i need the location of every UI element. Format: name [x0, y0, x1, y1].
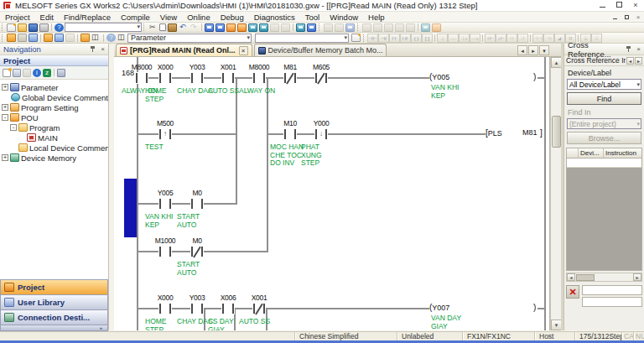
ladder-selection-cursor[interactable]: [124, 179, 137, 237]
menu-tool[interactable]: Tool: [300, 12, 325, 23]
ladder-horizontal-line-button[interactable]: —: [448, 34, 459, 43]
ladder-coil[interactable]: (Y007: [429, 303, 449, 312]
pause-monitor-icon[interactable]: [270, 23, 279, 32]
ladder-pulse-contact-button[interactable]: ↑⊢: [485, 34, 496, 43]
breakpoint-icon[interactable]: [345, 23, 355, 32]
ladder-invert-operation-button[interactable]: ⊣⊣: [532, 34, 543, 43]
mdi-restore-button[interactable]: [621, 12, 632, 23]
clear-condition-icon[interactable]: ✕: [566, 285, 579, 299]
find-button[interactable]: Find: [567, 92, 641, 105]
ladder-vertical-line-button[interactable]: ⊥: [437, 34, 448, 43]
copy-icon[interactable]: [159, 23, 166, 31]
tree-item-program-setting[interactable]: + Program Setting: [0, 102, 108, 112]
window-selector-combo[interactable]: [65, 23, 142, 32]
close-icon[interactable]: ×: [635, 45, 642, 53]
tab-left-icon[interactable]: ◂: [626, 57, 634, 65]
expander-icon[interactable]: +: [2, 104, 8, 111]
device-comment-icon[interactable]: [80, 34, 90, 42]
new-project-icon[interactable]: [7, 23, 16, 32]
simulation-icon[interactable]: [324, 23, 333, 32]
print-icon[interactable]: [39, 23, 49, 32]
ladder-coil[interactable]: (Y005: [429, 72, 449, 81]
ladder-delete-vertical-button[interactable]: ⊥x: [459, 34, 470, 43]
column-device[interactable]: Devi...: [579, 148, 604, 158]
expander-icon[interactable]: +: [2, 84, 8, 91]
output-window-toggle-icon[interactable]: [29, 34, 38, 42]
ladder-pulse-branch-button[interactable]: ↑⊦: [506, 34, 517, 43]
ladder-pulse-close-branch-button[interactable]: ↓⊦: [517, 34, 528, 43]
user-library-view-button[interactable]: User Library: [0, 294, 108, 309]
sfc-editor-icon[interactable]: [55, 34, 64, 42]
st-editor-icon[interactable]: [65, 34, 75, 42]
menu-help[interactable]: Help: [363, 12, 390, 23]
buffer-memory-icon[interactable]: [307, 23, 316, 32]
ladder-instruction[interactable]: [PLS: [486, 128, 502, 138]
menu-view[interactable]: View: [155, 12, 182, 23]
tab-scroll-left-icon[interactable]: ◂: [517, 45, 527, 55]
ladder-contact[interactable]: Y000↓PHAT XUNG STEP: [303, 119, 340, 164]
statement-display-icon[interactable]: [373, 23, 382, 32]
nav-new-item-icon[interactable]: [3, 69, 11, 77]
undo-icon[interactable]: [179, 23, 188, 32]
ladder-pulse-operation-button[interactable]: ⊣↑: [543, 34, 554, 43]
menu-project[interactable]: Project: [0, 12, 35, 23]
tree-item-program[interactable]: - Program: [0, 122, 108, 133]
maximize-button[interactable]: [610, 0, 627, 11]
cross-reference-icon[interactable]: [117, 34, 127, 42]
help-circle-icon[interactable]: ?: [106, 34, 116, 42]
ladder-delete-horizontal-button[interactable]: —x: [470, 34, 480, 43]
monitor-mode-icon[interactable]: [226, 23, 236, 32]
menu-online[interactable]: Online: [182, 12, 215, 23]
menu-find-replace[interactable]: Find/Replace: [59, 12, 116, 23]
project-view-button[interactable]: Project: [0, 279, 108, 294]
step-execution-icon[interactable]: [335, 23, 344, 32]
device-combo[interactable]: [255, 34, 349, 43]
tab-list-icon[interactable]: ▾: [539, 45, 549, 55]
monitor-write-mode-icon[interactable]: [237, 23, 247, 32]
navigation-window-toggle-icon[interactable]: [7, 34, 16, 42]
menu-debug[interactable]: Debug: [216, 12, 249, 23]
pin-icon[interactable]: [626, 46, 631, 52]
connection-destination-view-button[interactable]: Connection Desti...: [0, 309, 108, 325]
tab-right-icon[interactable]: ▸: [635, 57, 642, 65]
menu-edit[interactable]: Edit: [35, 12, 59, 23]
scroll-left-icon[interactable]: ◄: [567, 273, 575, 281]
find-in-combo[interactable]: (Entire project): [567, 118, 641, 129]
tab-prg-read-main[interactable]: [PRG]Read MAIN (Read Onl... ×: [116, 44, 252, 56]
ladder-coil-button[interactable]: ( ): [411, 34, 422, 43]
tree-item-local-device-comment[interactable]: Local Device Comment: [0, 143, 108, 153]
mdi-close-button[interactable]: ×: [632, 12, 644, 23]
help-icon[interactable]: ?: [55, 23, 64, 32]
open-project-icon[interactable]: [18, 23, 27, 32]
cross-reference-tab[interactable]: Cross Reference Infor: [566, 56, 626, 65]
ladder-open-contact-button[interactable]: ⊣⊢: [367, 34, 378, 43]
toolbar-grip[interactable]: [357, 23, 360, 31]
save-project-icon[interactable]: [29, 23, 38, 32]
ladder-open-branch-button[interactable]: ⊦⊦: [389, 34, 400, 43]
menu-diagnostics[interactable]: Diagnostics: [249, 12, 300, 23]
menu-window[interactable]: Window: [325, 12, 363, 23]
scroll-right-icon[interactable]: ►: [633, 273, 641, 281]
tree-item-pou[interactable]: - POU: [0, 112, 108, 122]
tree-item-parameter[interactable]: + Parameter: [0, 82, 108, 92]
column-instruction[interactable]: Instruction: [604, 148, 641, 158]
nav-chevron-bar[interactable]: »: [0, 325, 108, 331]
stop-monitor-icon[interactable]: [259, 23, 268, 32]
nav-sort-z-icon[interactable]: z: [43, 69, 51, 77]
toolbar-grip[interactable]: [2, 23, 4, 31]
expander-icon[interactable]: +: [2, 154, 8, 161]
tree-item-device-memory[interactable]: + Device Memory: [0, 153, 108, 163]
minimize-button[interactable]: [594, 0, 610, 11]
condition-field-2[interactable]: [582, 297, 642, 307]
device-label-combo[interactable]: All Device/Label: [567, 79, 641, 90]
ladder-contact[interactable]: M605: [303, 63, 340, 108]
ladder-editor-icon[interactable]: [44, 34, 53, 42]
tab-scroll-right-icon[interactable]: ▸: [528, 45, 538, 55]
verify-icon[interactable]: [421, 23, 430, 32]
expander-icon[interactable]: -: [10, 124, 17, 131]
menu-compile[interactable]: Compile: [116, 12, 155, 23]
ladder-contact[interactable]: X001AUTO SS: [241, 294, 278, 330]
write-to-plc-icon[interactable]: [205, 23, 214, 32]
expander-icon[interactable]: -: [2, 114, 8, 121]
ladder-edit-mode-button[interactable]: ⊿: [554, 34, 565, 43]
